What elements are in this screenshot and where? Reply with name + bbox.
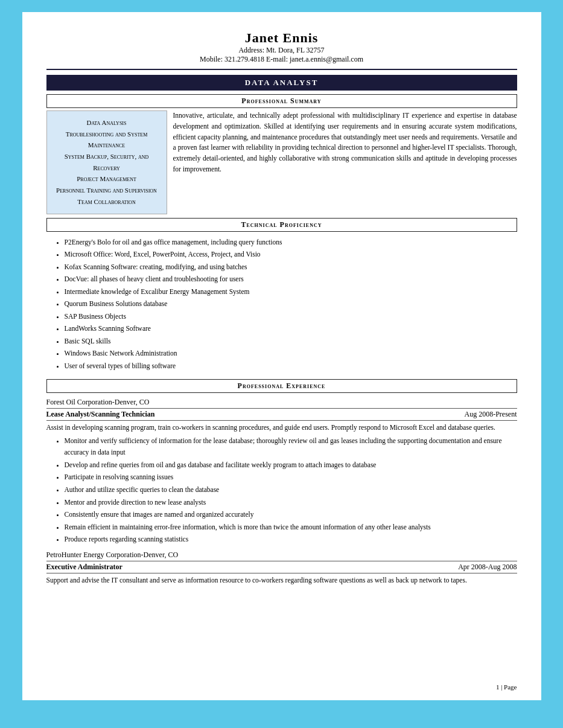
skill-item: Troubleshooting and System Maintenance — [54, 129, 159, 151]
list-item: Microsoft Office: Word, Excel, PowerPoin… — [65, 249, 517, 261]
contact-info: Mobile: 321.279.4818 E-mail: janet.a.enn… — [46, 55, 517, 64]
list-item: LandWorks Scanning Software — [65, 323, 517, 335]
skill-item: Project Management — [54, 173, 159, 185]
job-title-row: Executive AdministratorApr 2008-Aug 2008 — [46, 561, 517, 573]
list-item: Intermediate knowledge of Excalibur Ener… — [65, 286, 517, 298]
list-item: P2Energy's Bolo for oil and gas office m… — [65, 237, 517, 249]
list-item: Kofax Scanning Software: creating, modif… — [65, 261, 517, 273]
list-item: Quorum Business Solutions database — [65, 298, 517, 310]
list-item: Author and utilize specific queries to c… — [65, 484, 517, 496]
job-company: Forest Oil Corporation-Denver, CO — [46, 398, 517, 407]
job-title: Executive Administrator — [46, 563, 122, 572]
professional-summary-layout: Data AnalysisTroubleshooting and System … — [46, 110, 517, 214]
page-number: 1 | Page — [496, 683, 517, 691]
resume-page: Janet Ennis Address: Mt. Dora, FL 32757 … — [22, 12, 541, 700]
list-item: SAP Business Objects — [65, 311, 517, 323]
list-item: Monitor and verify sufficiency of inform… — [65, 435, 517, 459]
summary-text: Innovative, articulate, and technically … — [173, 110, 517, 214]
list-item: Remain efficient in maintaining error-fr… — [65, 522, 517, 534]
job-entry: PetroHunter Energy Corporation-Denver, C… — [46, 551, 517, 586]
list-item: Develop and refine queries from oil and … — [65, 459, 517, 471]
header: Janet Ennis Address: Mt. Dora, FL 32757 … — [46, 30, 517, 64]
skill-item: Personnel Training and Supervision — [54, 185, 159, 196]
job-title-row: Lease Analyst/Scanning TechnicianAug 200… — [46, 408, 517, 421]
technical-proficiency-content: P2Energy's Bolo for oil and gas office m… — [46, 234, 517, 375]
professional-summary-title: Professional Summary — [46, 94, 517, 108]
job-description: Assist in developing scanning program, t… — [46, 423, 517, 433]
list-item: Mentor and provide direction to new leas… — [65, 497, 517, 509]
job-title: Lease Analyst/Scanning Technician — [46, 410, 155, 419]
skill-item: System Backup, Security, and Recovery — [54, 151, 159, 173]
technical-proficiency-list: P2Energy's Bolo for oil and gas office m… — [46, 237, 517, 372]
job-company: PetroHunter Energy Corporation-Denver, C… — [46, 551, 517, 560]
job-dates: Apr 2008-Aug 2008 — [458, 563, 517, 572]
list-item: Consistently ensure that images are name… — [65, 509, 517, 521]
skill-item: Team Collaboration — [54, 196, 159, 208]
list-item: Windows Basic Network Administration — [65, 348, 517, 360]
job-entry: Forest Oil Corporation-Denver, COLease A… — [46, 398, 517, 546]
list-item: Basic SQL skills — [65, 336, 517, 348]
job-title-bar: Data Analyst — [46, 75, 517, 91]
job-bullets: Monitor and verify sufficiency of inform… — [46, 435, 517, 546]
jobs-container: Forest Oil Corporation-Denver, COLease A… — [46, 398, 517, 586]
address: Address: Mt. Dora, FL 32757 — [46, 46, 517, 55]
list-item: User of several types of billing softwar… — [65, 360, 517, 372]
candidate-name: Janet Ennis — [46, 30, 517, 46]
skills-box: Data AnalysisTroubleshooting and System … — [46, 110, 167, 214]
list-item: Produce reports regarding scanning stati… — [65, 534, 517, 546]
list-item: Participate in resolving scanning issues — [65, 471, 517, 484]
list-item: DocVue: all phases of heavy client and t… — [65, 273, 517, 286]
technical-proficiency-title: Technical Proficiency — [46, 218, 517, 232]
skill-item: Data Analysis — [54, 117, 159, 129]
job-description: Support and advise the IT consultant and… — [46, 575, 517, 586]
header-divider — [46, 69, 517, 70]
job-dates: Aug 2008-Present — [465, 410, 517, 419]
professional-experience-title: Professional Experience — [46, 379, 517, 393]
